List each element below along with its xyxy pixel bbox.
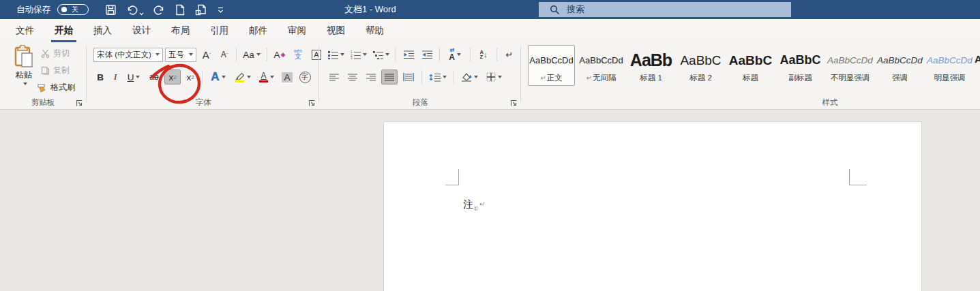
copy-label: 复制 bbox=[53, 65, 70, 76]
tab-review[interactable]: 审阅 bbox=[278, 19, 316, 42]
subscript-button[interactable]: x2 bbox=[164, 70, 181, 85]
underline-button[interactable]: U bbox=[123, 70, 144, 85]
increase-indent-button[interactable] bbox=[419, 47, 435, 62]
paragraph-mark-icon: ↵ bbox=[479, 200, 485, 208]
strikethrough-button[interactable]: ab bbox=[146, 70, 162, 85]
numbering-button[interactable]: 123 bbox=[348, 47, 369, 62]
font-size-combo[interactable]: 五号 bbox=[165, 48, 196, 62]
clipboard-dialog-launcher[interactable] bbox=[76, 99, 83, 107]
font-name-combo[interactable]: 宋体 (中文正文) bbox=[93, 48, 163, 62]
justify-button[interactable] bbox=[381, 70, 398, 85]
grow-font-glyph: A bbox=[203, 49, 209, 61]
character-border-glyph: A bbox=[312, 50, 321, 60]
align-left-button[interactable] bbox=[326, 70, 342, 85]
align-right-button[interactable] bbox=[363, 70, 379, 85]
autosave-state: 关 bbox=[72, 6, 78, 13]
borders-button[interactable] bbox=[482, 70, 505, 85]
style-intense-emphasis[interactable]: AaBbCcDd 明显强调 bbox=[926, 45, 973, 86]
print-preview-button[interactable] bbox=[195, 4, 207, 16]
shrink-font-button[interactable]: Aˇ bbox=[217, 47, 232, 62]
format-painter-button[interactable]: 格式刷 bbox=[37, 82, 75, 93]
paragraph-mark-icon: ↵ bbox=[506, 50, 514, 60]
style-normal[interactable]: AaBbCcDd ↵正文 bbox=[528, 45, 575, 86]
tab-insert[interactable]: 插入 bbox=[83, 19, 122, 42]
grow-arrow: ˆ bbox=[209, 52, 211, 58]
tab-view[interactable]: 视图 bbox=[316, 19, 355, 42]
tab-home[interactable]: 开始 bbox=[44, 19, 83, 42]
style-heading2[interactable]: AaBbC 标题 2 bbox=[677, 45, 724, 86]
document-page[interactable]: 注①↵ bbox=[383, 121, 922, 291]
style-heading1[interactable]: AaBb 标题 1 bbox=[627, 45, 674, 86]
style-title[interactable]: AaBbC 标题 bbox=[727, 45, 774, 86]
tab-help[interactable]: 帮助 bbox=[355, 19, 394, 42]
character-shading-button[interactable]: A bbox=[280, 70, 295, 85]
enclose-characters-glyph: 字 bbox=[299, 72, 311, 83]
cut-button[interactable]: 剪切 bbox=[41, 48, 70, 59]
styles-group: AaBbCcDd ↵正文 AaBbCcDd ↵无间隔 AaBb 标题 1 AaB… bbox=[522, 42, 980, 109]
style-no-spacing[interactable]: AaBbCcDd ↵无间隔 bbox=[578, 45, 625, 86]
highlight-color-button[interactable] bbox=[232, 70, 254, 85]
paragraph-group-label: 段落 bbox=[321, 97, 520, 108]
tab-file[interactable]: 文件 bbox=[5, 19, 44, 42]
tab-layout[interactable]: 布局 bbox=[161, 19, 200, 42]
tab-references[interactable]: 引用 bbox=[200, 19, 239, 42]
align-center-icon bbox=[348, 74, 357, 81]
change-case-button[interactable]: Aa bbox=[241, 47, 263, 62]
save-button[interactable] bbox=[105, 4, 117, 16]
copy-icon bbox=[41, 66, 50, 75]
style-emphasis[interactable]: AaBbCcDd 强调 bbox=[876, 45, 923, 86]
multilevel-list-button[interactable] bbox=[371, 47, 391, 62]
distribute-icon bbox=[403, 73, 414, 81]
line-spacing-button[interactable] bbox=[426, 70, 449, 85]
enclose-characters-button[interactable]: 字 bbox=[297, 70, 313, 85]
sort-button[interactable]: AZ ↓ bbox=[475, 47, 492, 62]
customize-toolbar-button[interactable] bbox=[216, 5, 225, 14]
style-preview: AaBb bbox=[630, 48, 672, 73]
text-effects-glyph: A bbox=[211, 70, 219, 84]
font-dialog-launcher[interactable] bbox=[308, 99, 316, 107]
clear-formatting-glyph: A bbox=[274, 50, 280, 60]
tab-design[interactable]: 设计 bbox=[122, 19, 161, 42]
grow-font-button[interactable]: Aˆ bbox=[198, 47, 215, 62]
search-box[interactable]: 搜索 bbox=[539, 2, 791, 17]
paragraph-dialog-launcher[interactable] bbox=[510, 99, 518, 107]
numbering-dropdown-icon bbox=[363, 53, 367, 56]
style-subtle-emphasis[interactable]: AaBbCcDd 不明显强调 bbox=[827, 45, 874, 86]
style-preview: AaBbCcDd bbox=[529, 48, 573, 73]
bullets-button[interactable] bbox=[326, 47, 346, 62]
redo-button[interactable] bbox=[153, 4, 165, 16]
distribute-button[interactable] bbox=[400, 70, 417, 85]
bold-button[interactable]: B bbox=[93, 70, 107, 85]
subscript-run: ① bbox=[473, 205, 479, 212]
asian-layout-button[interactable]: ⇄ A bbox=[444, 47, 466, 62]
font-color-button[interactable]: A bbox=[256, 70, 278, 85]
undo-dropdown-icon[interactable] bbox=[139, 12, 144, 16]
asian-layout-dropdown-icon bbox=[457, 53, 461, 56]
tab-mailings[interactable]: 邮件 bbox=[239, 19, 278, 42]
new-document-button[interactable] bbox=[175, 4, 185, 16]
autosave-toggle[interactable]: 关 bbox=[57, 4, 89, 15]
phonetic-guide-button[interactable]: wén 文 bbox=[290, 47, 306, 62]
superscript-button[interactable]: x2 bbox=[183, 70, 198, 85]
autosave-label: 自动保存 bbox=[16, 4, 50, 16]
style-subtitle[interactable]: AaBbC 副标题 bbox=[777, 45, 824, 86]
decrease-indent-icon bbox=[404, 50, 414, 59]
style-overflow-preview[interactable]: A bbox=[975, 53, 980, 65]
increase-indent-icon bbox=[422, 50, 432, 59]
undo-button[interactable] bbox=[126, 4, 144, 16]
clear-formatting-button[interactable]: A ◆ bbox=[271, 47, 288, 62]
paste-dropdown-icon[interactable] bbox=[23, 82, 27, 85]
align-center-button[interactable] bbox=[344, 70, 361, 85]
copy-button[interactable]: 复制 bbox=[41, 65, 70, 76]
underline-dropdown-icon bbox=[136, 76, 140, 78]
document-text[interactable]: 注①↵ bbox=[463, 198, 485, 212]
align-right-icon bbox=[366, 74, 376, 81]
text-effects-button[interactable]: A bbox=[207, 70, 230, 85]
paste-button[interactable]: 粘贴 bbox=[8, 45, 40, 99]
shading-button[interactable] bbox=[458, 70, 480, 85]
numbering-icon: 123 bbox=[351, 50, 361, 59]
show-hide-marks-button[interactable]: ↵ bbox=[501, 47, 518, 62]
decrease-indent-button[interactable] bbox=[400, 47, 417, 62]
styles-group-label: 样式 bbox=[680, 97, 980, 108]
italic-button[interactable]: I bbox=[109, 70, 121, 85]
